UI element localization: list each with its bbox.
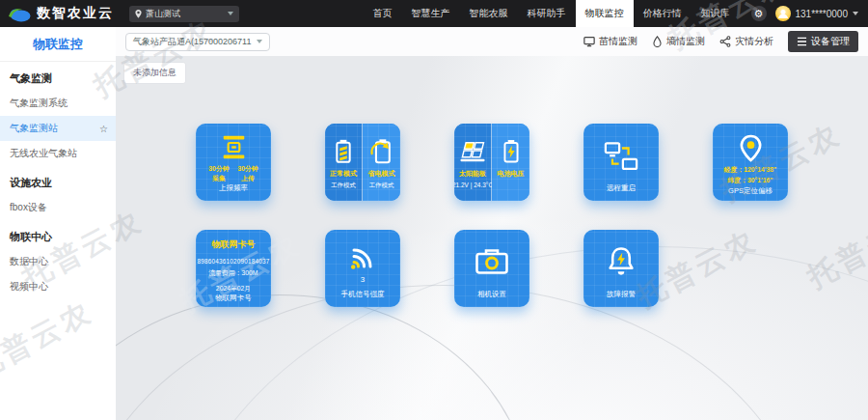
top-nav-menu: 首页 智慧生产 智能农服 科研助手 物联监控 价格行情 知识库	[364, 0, 740, 27]
sim-traffic: 流量费用：300M	[209, 268, 258, 278]
no-info-tag[interactable]: 未添加信息	[123, 62, 186, 84]
mode-sub: 工作模式	[331, 182, 356, 190]
sidebar-item-label: 数据中心	[10, 255, 48, 268]
sidebar-title: 物联监控	[0, 27, 116, 62]
sidebar-item-weather-station[interactable]: 气象监测站 ☆	[0, 116, 116, 141]
brand: 数智农业云	[0, 5, 114, 22]
user-menu[interactable]: 131****0000	[775, 6, 868, 21]
remote-restart-card[interactable]: 远程重启	[583, 124, 659, 201]
solar-panel-icon	[458, 135, 487, 166]
iot-sim-card[interactable]: 物联网卡号 89860436102090184037 流量费用：300M 202…	[196, 230, 271, 307]
monitor-icon	[583, 36, 595, 47]
device-select[interactable]: 气象站产品通A(157000206711	[125, 33, 270, 51]
button-label: 设备管理	[811, 35, 850, 48]
sim-month: 2024年02月	[216, 284, 251, 294]
alarm-bell-icon	[607, 244, 636, 278]
button-label: 苗情监测	[599, 35, 637, 48]
solar-title: 太阳能板	[459, 169, 486, 179]
location-select[interactable]: 萧山测试	[129, 6, 239, 22]
sidebar: 物联监控 气象监测 气象监测系统 气象监测站 ☆ 无线农业气象站 设施农业 fb…	[0, 27, 116, 420]
person-icon	[777, 8, 789, 19]
nav-item-research-assistant[interactable]: 科研助手	[518, 0, 576, 27]
nav-item-knowledge-base[interactable]: 知识库	[692, 0, 740, 27]
nav-item-iot-monitoring[interactable]: 物联监控	[576, 0, 634, 27]
nav-item-smart-production[interactable]: 智慧生产	[402, 0, 460, 27]
power-save-mode-half[interactable]: 省电模式 工作模式	[363, 124, 400, 201]
sidebar-item-label: 气象监测站	[10, 122, 58, 135]
disaster-analysis-button[interactable]: 灾情分析	[719, 35, 773, 48]
fault-alarm-card[interactable]: 故障报警	[583, 230, 659, 307]
card-row-2: 物联网卡号 89860436102090184037 流量费用：300M 202…	[196, 230, 788, 307]
soil-moisture-button[interactable]: 墒情监测	[652, 35, 705, 48]
gear-icon[interactable]: ⚙	[751, 6, 767, 21]
button-label: 灾情分析	[735, 35, 773, 48]
card-label: 物联网卡号	[215, 294, 252, 303]
mode-sub: 工作模式	[369, 182, 394, 190]
user-phone: 131****0000	[796, 9, 849, 19]
gps-coordinates: 经度：120°14'38" 纬度：30°1'16"	[724, 165, 776, 186]
gps-latitude: 纬度：30°1'16"	[724, 176, 776, 186]
sidebar-item-label: 无线农业气象站	[10, 147, 77, 160]
sidebar-item-label: 视频中心	[10, 280, 48, 294]
card-label: 上报频率	[219, 183, 248, 193]
normal-mode-half[interactable]: 正常模式 工作模式	[325, 124, 363, 201]
sidebar-item-fbox[interactable]: fbox设备	[0, 195, 116, 220]
battery-bolt-icon	[502, 135, 520, 166]
battery-refresh-icon	[369, 135, 394, 166]
signal-strength-card[interactable]: 3 手机信号强度	[325, 230, 400, 307]
card-label: 故障报警	[607, 290, 636, 299]
list-icon	[797, 37, 807, 46]
card-row-1: 30分钟 采集 30分钟 上传 上报频率	[196, 124, 788, 201]
toolbar-actions: 苗情监测 墒情监测 灾情分析	[583, 31, 858, 52]
drop-icon	[652, 36, 663, 47]
mode-title: 正常模式	[330, 169, 357, 179]
sim-title: 物联网卡号	[212, 238, 256, 251]
sidebar-item-data-center[interactable]: 数据中心	[0, 249, 116, 274]
remote-monitors-icon	[604, 139, 638, 174]
sidebar-item-video-center[interactable]: 视频中心	[0, 274, 116, 299]
sim-number: 89860436102090184037	[197, 258, 269, 265]
nav-item-home[interactable]: 首页	[364, 0, 402, 27]
power-status-card[interactable]: 太阳能板 21.2V | 24.3°C 电池电压	[454, 124, 529, 201]
report-icon	[221, 134, 247, 160]
report-frequency-card[interactable]: 30分钟 采集 30分钟 上传 上报频率	[196, 124, 271, 201]
star-icon[interactable]: ☆	[99, 124, 108, 134]
app-window: 数智农业云 萧山测试 首页 智慧生产 智能农服 科研助手 物联监控 价格行情 知…	[0, 0, 868, 420]
location-select-value: 萧山测试	[146, 8, 224, 20]
battery-title: 电池电压	[498, 169, 525, 179]
sidebar-item-wireless-station[interactable]: 无线农业气象站	[0, 141, 116, 166]
map-pin-icon	[135, 10, 142, 18]
button-label: 墒情监测	[666, 35, 705, 48]
seedling-monitor-button[interactable]: 苗情监测	[583, 35, 637, 48]
battery-voltage-half[interactable]: 电池电压	[492, 124, 529, 201]
share-nodes-icon	[719, 36, 731, 47]
chevron-down-icon	[257, 40, 262, 43]
signal-value: 3	[361, 275, 365, 284]
avatar	[775, 6, 791, 21]
device-card-grid: 30分钟 采集 30分钟 上传 上报频率	[196, 124, 788, 336]
solar-panel-half[interactable]: 太阳能板 21.2V | 24.3°C	[454, 124, 492, 201]
device-manage-button[interactable]: 设备管理	[788, 31, 858, 52]
camera-settings-card[interactable]: 相机设置	[454, 230, 529, 307]
sidebar-group-facility: 设施农业	[0, 166, 116, 195]
device-select-value: 气象站产品通A(157000206711	[133, 36, 251, 48]
wifi-signal-icon	[348, 242, 377, 273]
upload-interval: 30分钟 上传	[238, 164, 258, 183]
top-navbar: 数智农业云 萧山测试 首页 智慧生产 智能农服 科研助手 物联监控 价格行情 知…	[0, 0, 868, 27]
card-label: 远程重启	[607, 183, 636, 193]
nav-item-price-quotes[interactable]: 价格行情	[634, 0, 692, 27]
work-mode-card[interactable]: 正常模式 工作模式 省电模式 工作模	[325, 124, 400, 201]
cloud-logo-icon	[8, 6, 31, 22]
sidebar-item-label: 气象监测系统	[10, 97, 68, 110]
gps-card[interactable]: 经度：120°14'38" 纬度：30°1'16" GPS定位偏移	[713, 124, 788, 201]
sidebar-group-weather: 气象监测	[0, 62, 116, 91]
main-content: 气象站产品通A(157000206711 苗情监测 墒情监测	[116, 27, 868, 420]
mode-title: 省电模式	[368, 169, 395, 179]
location-pin-icon	[739, 134, 763, 162]
collect-interval: 30分钟 采集	[208, 164, 229, 183]
nav-item-smart-service[interactable]: 智能农服	[460, 0, 518, 27]
sidebar-group-iot-center: 物联中心	[0, 220, 116, 249]
sidebar-item-weather-system[interactable]: 气象监测系统	[0, 91, 116, 116]
gps-longitude: 经度：120°14'38"	[724, 165, 776, 176]
camera-icon	[475, 245, 509, 278]
